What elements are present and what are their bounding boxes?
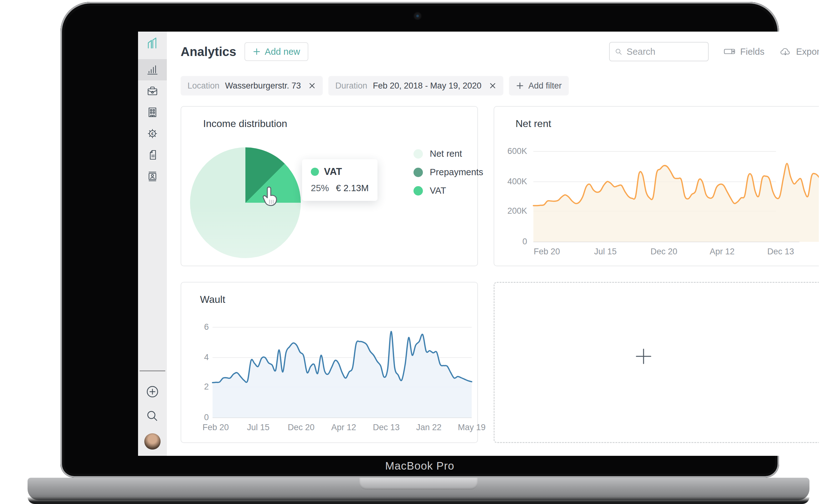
y-tick-label: 0 xyxy=(204,413,209,422)
vat-dot-icon xyxy=(311,168,319,176)
sidebar: € xyxy=(138,32,167,456)
x-axis-labels: Feb 20Jul 15Dec 20Apr 12Dec 13 xyxy=(533,247,819,258)
gear-euro-icon: € xyxy=(146,127,159,140)
desktop-mockup: € xyxy=(0,0,837,504)
header-toolbar: Fields Export xyxy=(609,42,819,61)
search-icon xyxy=(145,409,160,423)
x-tick-label: May 19 xyxy=(447,422,497,432)
vat-dot-icon xyxy=(413,186,423,196)
area-fill xyxy=(533,163,819,242)
income-pie-chart[interactable] xyxy=(190,147,301,258)
macbook-label: MacBook Pro xyxy=(60,460,779,472)
income-distribution-card: Income distribution VAT xyxy=(181,106,478,266)
search-box[interactable] xyxy=(609,42,709,61)
plus-icon xyxy=(516,82,524,90)
sidebar-item-contacts[interactable] xyxy=(138,165,167,187)
y-tick-label: 200K xyxy=(507,206,527,216)
x-tick-label: Jan 22 xyxy=(404,422,454,432)
add-widget-card[interactable] xyxy=(494,282,819,443)
x-tick-label: Dec 13 xyxy=(755,247,806,256)
laptop-notch xyxy=(359,478,478,490)
legend-item-prepayments[interactable]: Prepayments xyxy=(413,167,483,177)
filter-bar: Location Wasserburgerstr. 73 Duration Fe… xyxy=(181,76,819,95)
filter-chip-duration[interactable]: Duration Feb 20, 2018 - May 19, 2020 xyxy=(328,76,503,95)
wault-line-chart[interactable] xyxy=(213,326,472,418)
search-input[interactable] xyxy=(626,46,703,57)
fields-button[interactable]: Fields xyxy=(724,47,764,57)
legend-item-net-rent[interactable]: Net rent xyxy=(413,149,483,159)
sidebar-add-button[interactable] xyxy=(138,379,167,404)
add-new-button[interactable]: Add new xyxy=(245,42,308,61)
sidebar-item-analytics[interactable] xyxy=(138,59,167,80)
document-icon xyxy=(146,149,159,161)
plus-icon xyxy=(253,48,261,56)
export-button[interactable]: Export xyxy=(779,46,819,57)
laptop-lid: € xyxy=(60,2,779,478)
net-rent-line-chart[interactable] xyxy=(533,150,819,242)
sidebar-item-finance[interactable]: € xyxy=(138,123,167,144)
wault-card: Wault 6420 Feb 20Jul 15Dec 20Apr 12Dec 1… xyxy=(181,282,478,443)
fields-icon xyxy=(724,48,735,55)
dashboard-grid: Income distribution VAT xyxy=(181,106,819,443)
sidebar-item-properties[interactable] xyxy=(138,102,167,123)
cloud-download-icon xyxy=(779,46,791,57)
sidebar-search-button[interactable] xyxy=(138,404,167,428)
sidebar-divider xyxy=(140,371,165,371)
y-tick-label: 4 xyxy=(204,353,209,362)
search-icon xyxy=(615,47,622,56)
y-tick-label: 6 xyxy=(204,322,209,332)
page-header: Analytics Add new xyxy=(181,32,819,72)
sidebar-item-portfolio[interactable] xyxy=(138,80,167,102)
filter-chip-location[interactable]: Location Wasserburgerstr. 73 xyxy=(181,76,323,95)
sidebar-item-documents[interactable] xyxy=(138,144,167,165)
pie-tooltip: VAT 25% € 2.13M xyxy=(302,159,377,201)
x-tick-label: Dec 20 xyxy=(639,247,689,256)
card-title: Wault xyxy=(200,294,225,305)
y-tick-label: 0 xyxy=(522,237,527,247)
main-content: Analytics Add new xyxy=(167,32,819,456)
page-title: Analytics xyxy=(181,45,236,59)
net-rent-dot-icon xyxy=(413,149,423,159)
building-icon xyxy=(146,106,159,119)
x-axis-labels: Feb 20Jul 15Dec 20Apr 12Dec 13Jan 22May … xyxy=(213,422,472,434)
x-tick-label: Feb 20 xyxy=(522,247,572,256)
remove-location-filter-icon[interactable] xyxy=(308,82,316,89)
webcam-icon xyxy=(413,12,422,20)
y-tick-label: 400K xyxy=(507,177,527,186)
pie-legend: Net rent Prepayments VAT xyxy=(413,149,483,204)
x-tick-label: Jul 15 xyxy=(233,422,283,432)
net-rent-card: Net rent 600K400K200K0 Feb 20Jul 15Dec 2… xyxy=(494,106,819,266)
plus-icon[interactable] xyxy=(635,347,653,367)
x-tick-label: Apr 12 xyxy=(697,247,747,256)
hand-cursor-icon xyxy=(259,185,279,210)
x-tick-label: Jul 15 xyxy=(580,247,630,256)
card-title: Income distribution xyxy=(203,118,287,129)
y-tick-label: 2 xyxy=(204,382,209,392)
y-tick-label: 600K xyxy=(507,146,527,156)
plus-circle-icon xyxy=(145,384,160,399)
prepayments-dot-icon xyxy=(413,168,423,177)
laptop-base-edge xyxy=(28,497,809,504)
app-window: € xyxy=(138,32,819,456)
add-filter-button[interactable]: Add filter xyxy=(509,76,569,95)
legend-item-vat[interactable]: VAT xyxy=(413,185,483,196)
card-title: Net rent xyxy=(516,118,551,129)
briefcase-icon xyxy=(146,85,159,97)
area-fill xyxy=(213,331,472,418)
remove-duration-filter-icon[interactable] xyxy=(489,82,496,89)
bar-chart-icon xyxy=(146,64,159,76)
contact-card-icon xyxy=(146,170,159,182)
company-logo-icon xyxy=(145,34,160,52)
user-avatar[interactable] xyxy=(144,433,161,450)
svg-text:€: € xyxy=(151,131,154,136)
